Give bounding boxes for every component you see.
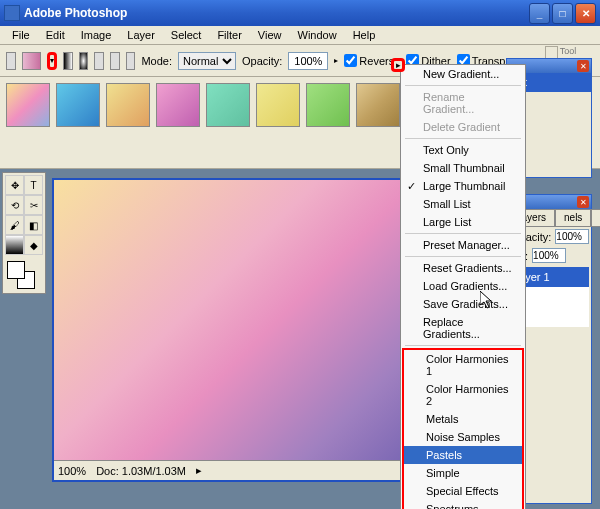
menuitem-preset-color-harmonies-2[interactable]: Color Harmonies 2 [404,380,522,410]
menuitem-text-only[interactable]: Text Only [401,141,525,159]
toolbox: ✥T ⟲✂ 🖌◧ ◆ [2,172,46,294]
tab-channels[interactable]: nels [555,209,591,227]
menuitem-large-list[interactable]: Large List [401,213,525,231]
menu-filter[interactable]: Filter [209,27,249,43]
gradient-swatch-4[interactable] [206,83,250,127]
menuitem-preset-color-harmonies-1[interactable]: Color Harmonies 1 [404,350,522,380]
minimize-button[interactable]: _ [529,3,550,24]
menuitem-reset-gradients[interactable]: Reset Gradients... [401,259,525,277]
tab-paths[interactable]: Paths [591,209,600,227]
gradient-swatch-0[interactable] [6,83,50,127]
menu-select[interactable]: Select [163,27,210,43]
opacity-flyout-icon[interactable]: ▸ [334,56,338,65]
document-window: 100% Doc: 1.03M/1.03M ▸ [52,178,438,482]
layers-fill-input[interactable] [532,248,566,263]
gradient-swatch-7[interactable] [356,83,400,127]
menu-bar: File Edit Image Layer Select Filter View… [0,26,600,45]
gradient-swatch-1[interactable] [56,83,100,127]
layers-opacity-input[interactable] [555,229,589,244]
menu-window[interactable]: Window [290,27,345,43]
menuitem-load-gradients[interactable]: Load Gradients... [401,277,525,295]
menuitem-delete-gradient: Delete Gradient [401,118,525,136]
tool-gradient[interactable] [5,235,24,255]
panel-close-button[interactable]: ✕ [577,60,589,72]
opacity-input[interactable] [288,52,328,70]
gradient-swatch-5[interactable] [256,83,300,127]
gradient-preview[interactable] [22,52,41,70]
gradient-radial-icon[interactable] [79,52,89,70]
gradient-swatch-3[interactable] [156,83,200,127]
mode-label: Mode: [141,55,172,67]
menu-layer[interactable]: Layer [119,27,163,43]
menu-view[interactable]: View [250,27,290,43]
opacity-label: Opacity: [242,55,282,67]
menuitem-small-list[interactable]: Small List [401,195,525,213]
menu-help[interactable]: Help [345,27,384,43]
menuitem-preset-spectrums[interactable]: Spectrums [404,500,522,509]
menuitem-preset-metals[interactable]: Metals [404,410,522,428]
menuitem-preset-noise-samples[interactable]: Noise Samples [404,428,522,446]
menuitem-preset-special-effects[interactable]: Special Effects [404,482,522,500]
gradient-linear-icon[interactable] [63,52,73,70]
tool-lasso[interactable]: ⟲ [5,195,24,215]
tool-crop[interactable]: ✂ [24,195,43,215]
canvas[interactable] [54,180,436,460]
menuitem-small-thumbnail[interactable]: Small Thumbnail [401,159,525,177]
tool-type[interactable]: T [24,175,43,195]
zoom-level[interactable]: 100% [58,465,86,477]
tool-eraser[interactable]: ◧ [24,215,43,235]
menuitem-large-thumbnail[interactable]: Large Thumbnail [401,177,525,195]
gradient-swatch-2[interactable] [106,83,150,127]
statusbar-flyout-icon[interactable]: ▸ [196,464,202,477]
menuitem-new-gradient[interactable]: New Gradient... [401,65,525,83]
menu-image[interactable]: Image [73,27,120,43]
maximize-button[interactable]: □ [552,3,573,24]
reverse-checkbox[interactable] [344,54,357,67]
gradient-swatch-6[interactable] [306,83,350,127]
tool-move[interactable]: ✥ [5,175,24,195]
menuitem-preset-pastels[interactable]: Pastels [404,446,522,464]
menuitem-preset-manager[interactable]: Preset Manager... [401,236,525,254]
foreground-color-swatch[interactable] [7,261,25,279]
gradient-picker-dropdown[interactable]: ▾ [47,52,57,70]
window-title: Adobe Photoshop [24,6,527,20]
gradient-picker-context-menu: New Gradient... Rename Gradient... Delet… [400,64,526,509]
tool-preset-button[interactable] [6,52,16,70]
gradient-diamond-icon[interactable] [126,52,136,70]
gradient-angle-icon[interactable] [94,52,104,70]
layers-panel-close-button[interactable]: ✕ [577,196,589,208]
app-icon [4,5,20,21]
menu-edit[interactable]: Edit [38,27,73,43]
menuitem-replace-gradients[interactable]: Replace Gradients... [401,313,525,343]
menu-file[interactable]: File [4,27,38,43]
menuitem-preset-simple[interactable]: Simple [404,464,522,482]
menuitem-save-gradients[interactable]: Save Gradients... [401,295,525,313]
gradient-picker-flyout-button[interactable]: ▸ [391,58,405,72]
gradient-reflected-icon[interactable] [110,52,120,70]
menuitem-rename-gradient: Rename Gradient... [401,88,525,118]
tool-brush[interactable]: 🖌 [5,215,24,235]
doc-size: Doc: 1.03M/1.03M [96,465,186,477]
tool-bucket[interactable]: ◆ [24,235,43,255]
close-button[interactable]: ✕ [575,3,596,24]
mode-select[interactable]: Normal [178,52,236,70]
